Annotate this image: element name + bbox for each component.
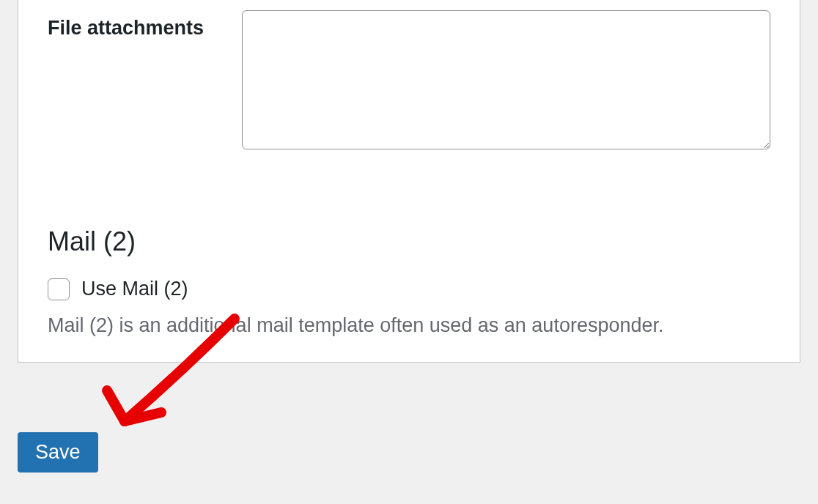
use-mail-2-checkbox[interactable] [48,278,70,300]
use-mail-2-label[interactable]: Use Mail (2) [81,278,188,300]
use-mail-2-row: Use Mail (2) [48,278,770,300]
mail-2-heading: Mail (2) [48,226,770,257]
file-attachments-row: File attachments [18,0,800,149]
settings-panel: File attachments Mail (2) Use Mail (2) M… [18,0,800,363]
mail-2-section: Mail (2) Use Mail (2) Mail (2) is an add… [18,226,800,340]
mail-2-description: Mail (2) is an additional mail template … [48,312,770,340]
save-button[interactable]: Save [18,432,98,472]
file-attachments-label: File attachments [48,10,242,41]
file-attachments-textarea[interactable] [242,10,770,149]
